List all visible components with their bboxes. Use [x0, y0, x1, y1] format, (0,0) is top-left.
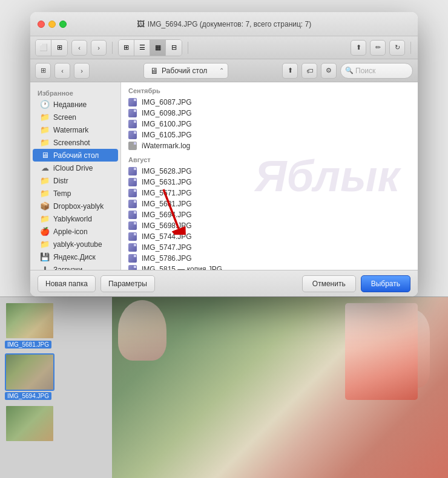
sidebar-item-distr[interactable]: 📁 Distr — [33, 174, 118, 187]
jpg-icon — [128, 243, 137, 252]
downloads-icon: ⬇ — [40, 265, 50, 270]
nav-forward[interactable]: › — [74, 63, 90, 79]
file-name: IMG_5786.JPG — [142, 254, 192, 263]
icloud-label: iCloud Drive — [53, 164, 93, 172]
view-list[interactable]: ☰ — [134, 40, 150, 56]
list-item[interactable]: IMG_5815 — копия.JPG — [121, 264, 418, 270]
edit-button[interactable]: ✏ — [370, 40, 386, 56]
yablykworld-label: Yablykworld — [53, 215, 92, 223]
distr-icon: 📁 — [40, 176, 50, 185]
appleicon-icon: 🍎 — [40, 227, 50, 236]
choose-button[interactable]: Выбрать — [361, 275, 410, 292]
separator — [112, 42, 113, 54]
sidebar: Избранное 🕐 Недавние 📁 Screen 📁 Watermar… — [30, 82, 121, 270]
view-columns[interactable]: ▦ — [150, 40, 166, 56]
list-item[interactable]: IMG_6087.JPG — [121, 97, 418, 108]
list-item[interactable]: IMG_5744.JPG — [121, 231, 418, 242]
jpg-icon — [128, 131, 137, 139]
jpg-icon — [128, 109, 137, 117]
list-item[interactable]: IMG_5694.JPG — [121, 209, 418, 220]
thumbnail-item-selected[interactable]: IMG_5694.JPG — [5, 353, 107, 400]
sidebar-item-icloud[interactable]: ☁ iCloud Drive — [33, 162, 118, 174]
share-btn-2[interactable]: ⬆ — [282, 63, 298, 79]
sidebar-item-appleicon[interactable]: 🍎 Apple-icon — [33, 225, 118, 238]
distr-label: Distr — [53, 177, 68, 185]
list-item[interactable]: IMG_5628.JPG — [121, 166, 418, 177]
file-name: IMG_5747.JPG — [142, 243, 192, 252]
close-button[interactable] — [38, 21, 45, 28]
toolbar-top: ⬜ ⊞ ‹ › ⊞ ☰ ▦ ⊟ ⬆ ✏ ↻ — [30, 36, 418, 59]
cancel-button[interactable]: Отменить — [302, 275, 356, 292]
share-button[interactable]: ⬆ — [351, 40, 366, 56]
appleicon-label: Apple-icon — [53, 228, 88, 236]
jpg-icon — [128, 232, 137, 241]
sidebar-item-watermark[interactable]: 📁 Watermark — [33, 123, 118, 136]
new-folder-button[interactable]: Новая папка — [38, 275, 96, 292]
screenshot-icon: 📁 — [40, 138, 50, 147]
list-item[interactable]: IMG_5747.JPG — [121, 242, 418, 253]
icloud-icon: ☁ — [40, 163, 50, 172]
sidebar-item-temp[interactable]: 📁 Temp — [33, 187, 118, 200]
sidebar-item-yandex[interactable]: 💾 Яндекс.Диск — [33, 250, 118, 263]
preview-area: IMG_5681.JPG IMG_5694.JPG — [0, 296, 448, 478]
dropbox-icon: 📦 — [40, 201, 50, 211]
temp-label: Temp — [53, 189, 71, 198]
traffic-lights — [38, 21, 67, 28]
list-item[interactable]: IMG_6098.JPG — [121, 108, 418, 119]
view-btn-sidebar[interactable]: ⬜ — [36, 40, 51, 56]
thumb-label-selected: IMG_5694.JPG — [5, 392, 51, 400]
jpg-icon — [128, 189, 137, 197]
rotate-button[interactable]: ↻ — [389, 40, 405, 56]
list-item[interactable]: IMG_5698.JPG — [121, 220, 418, 231]
search-box[interactable]: 🔍 Поиск — [340, 63, 413, 79]
watermark-label: Watermark — [53, 126, 88, 134]
thumbnail-item[interactable]: IMG_5681.JPG — [5, 302, 107, 349]
list-item[interactable]: IMG_5786.JPG — [121, 253, 418, 264]
list-item[interactable]: iWatermark.log — [121, 140, 418, 151]
view-gallery[interactable]: ⊟ — [166, 40, 182, 56]
file-name: IMG_5698.JPG — [142, 221, 192, 230]
action-btn[interactable]: ⚙ — [321, 63, 337, 79]
view-btn-columns[interactable]: ⊞ — [51, 40, 67, 56]
sidebar-toggle[interactable]: ⊞ — [35, 63, 51, 79]
nav-back[interactable]: ‹ — [54, 63, 70, 79]
sidebar-item-dropbox[interactable]: 📦 Dropbox-yablyk — [33, 200, 118, 212]
options-button[interactable]: Параметры — [100, 275, 155, 292]
sidebar-item-desktop[interactable]: 🖥 Рабочий стол — [33, 149, 118, 162]
label-btn[interactable]: 🏷 — [301, 63, 317, 79]
bottom-bar: Новая папка Параметры Отменить Выбрать — [30, 270, 418, 296]
file-name: IMG_5681.JPG — [142, 200, 192, 208]
list-item[interactable]: IMG_5671.JPG — [121, 188, 418, 198]
jpg-icon — [128, 265, 137, 270]
sidebar-item-yablykworld[interactable]: 📁 Yablykworld — [33, 212, 118, 225]
file-name: IMG_5694.JPG — [142, 211, 192, 219]
list-item[interactable]: IMG_6105.JPG — [121, 129, 418, 140]
list-item[interactable]: IMG_5631.JPG — [121, 177, 418, 188]
forward-button[interactable]: › — [91, 40, 107, 56]
watermark-icon: 📁 — [40, 125, 50, 134]
file-name: IMG_6098.JPG — [142, 109, 192, 117]
file-name: IMG_6105.JPG — [142, 131, 192, 139]
file-view-toggle: ⊞ ☰ ▦ ⊟ — [118, 39, 182, 56]
yandex-label: Яндекс.Диск — [53, 253, 96, 261]
recents-label: Недавние — [53, 100, 87, 109]
view-icon[interactable]: ⊞ — [119, 40, 134, 56]
back-button[interactable]: ‹ — [71, 40, 87, 56]
file-name: IMG_5671.JPG — [142, 189, 192, 197]
sidebar-item-screenshot[interactable]: 📁 Screenshot — [33, 136, 118, 149]
path-selector[interactable]: 🖥 Рабочий стол — [143, 63, 228, 79]
thumbnail-item-2[interactable] — [5, 405, 107, 442]
temp-icon: 📁 — [40, 189, 50, 198]
maximize-button[interactable] — [59, 21, 67, 28]
list-item[interactable]: IMG_6100.JPG — [121, 119, 418, 129]
minimize-button[interactable] — [48, 21, 56, 28]
list-item[interactable]: IMG_5681.JPG — [121, 198, 418, 209]
file-icon: 🖼 — [137, 19, 145, 28]
sidebar-item-youtube[interactable]: 📁 yablyk-youtube — [33, 238, 118, 250]
sidebar-item-screen[interactable]: 📁 Screen — [33, 111, 118, 123]
sidebar-item-recents[interactable]: 🕐 Недавние — [33, 98, 118, 111]
jpg-icon — [128, 98, 137, 106]
recents-icon: 🕐 — [40, 100, 50, 109]
thumb-label: IMG_5681.JPG — [5, 341, 51, 349]
sidebar-item-downloads[interactable]: ⬇ Загрузки — [33, 263, 118, 270]
